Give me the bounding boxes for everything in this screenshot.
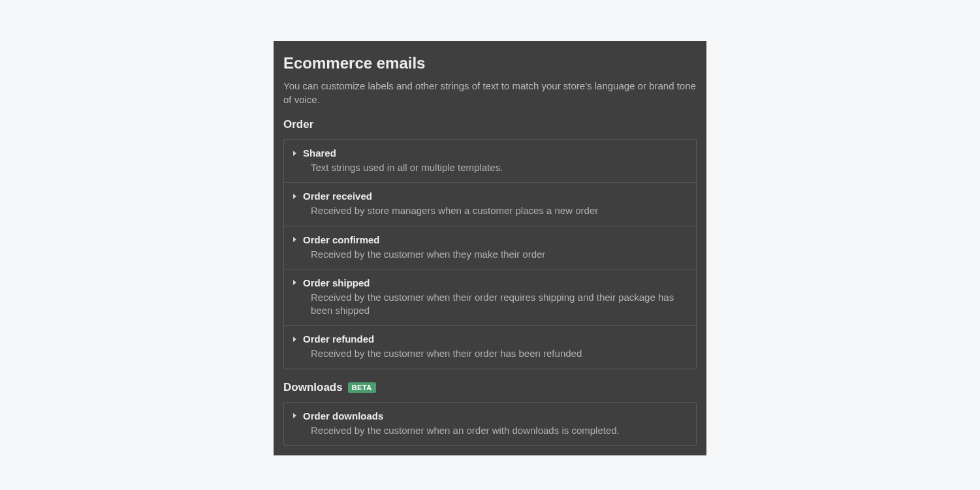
item-title: Order confirmed (303, 234, 380, 245)
item-title: Order refunded (303, 333, 374, 345)
chevron-right-icon (293, 237, 296, 242)
item-title: Order downloads (303, 410, 383, 421)
item-order-downloads[interactable]: Order downloads Received by the customer… (283, 402, 697, 446)
item-title: Shared (303, 147, 336, 159)
item-order-refunded[interactable]: Order refunded Received by the customer … (283, 325, 697, 369)
item-shared[interactable]: Shared Text strings used in all or multi… (283, 139, 697, 183)
section-heading-order-label: Order (283, 118, 313, 131)
chevron-right-icon (293, 337, 296, 342)
panel-description: You can customize labels and other strin… (283, 79, 697, 106)
item-desc: Received by the customer when their orde… (293, 347, 687, 360)
beta-badge: BETA (348, 382, 376, 393)
section-heading-downloads: Downloads BETA (283, 381, 697, 394)
item-desc: Received by store managers when a custom… (293, 204, 687, 217)
panel-title: Ecommerce emails (283, 54, 697, 72)
item-order-received[interactable]: Order received Received by store manager… (283, 182, 697, 226)
item-desc: Received by the customer when they make … (293, 248, 687, 261)
item-order-confirmed[interactable]: Order confirmed Received by the customer… (283, 226, 697, 269)
section-heading-order: Order (283, 118, 697, 131)
chevron-right-icon (293, 151, 296, 156)
section-heading-downloads-label: Downloads (283, 381, 343, 394)
ecommerce-emails-panel: Ecommerce emails You can customize label… (274, 41, 706, 455)
item-desc: Received by the customer when an order w… (293, 424, 687, 437)
order-items: Shared Text strings used in all or multi… (283, 139, 697, 369)
chevron-right-icon (293, 194, 296, 199)
item-order-shipped[interactable]: Order shipped Received by the customer w… (283, 269, 697, 326)
item-title: Order shipped (303, 277, 370, 288)
chevron-right-icon (293, 413, 296, 418)
downloads-items: Order downloads Received by the customer… (283, 402, 697, 446)
chevron-right-icon (293, 280, 296, 285)
item-title: Order received (303, 191, 372, 202)
item-desc: Received by the customer when their orde… (293, 291, 687, 318)
item-desc: Text strings used in all or multiple tem… (293, 161, 687, 174)
